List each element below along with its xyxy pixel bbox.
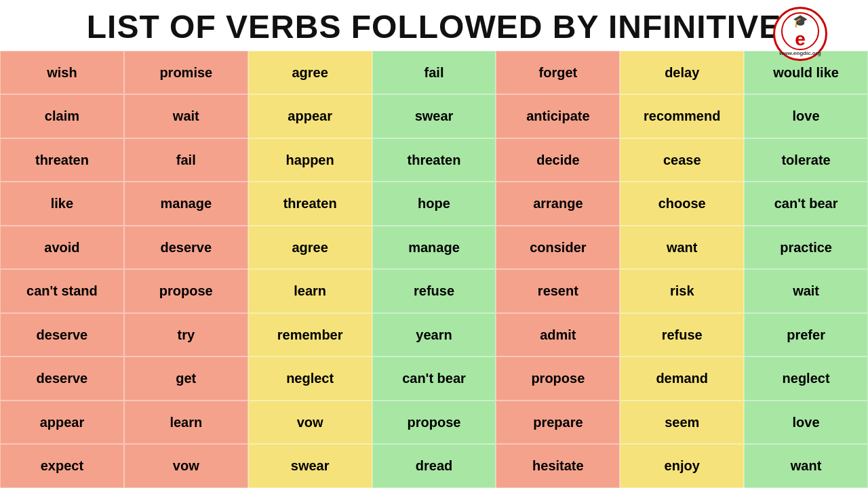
header: LIST OF VERBS FOLLOWED BY INFINITIVE 🎓 e… xyxy=(0,0,868,51)
cell-3-7: can't bear xyxy=(372,357,496,401)
cell-6-5: wait xyxy=(744,269,868,313)
column-6: would likelovetoleratecan't bearpractice… xyxy=(744,51,868,488)
cell-1-5: propose xyxy=(124,269,248,313)
cell-6-9: want xyxy=(744,444,868,488)
cell-0-8: appear xyxy=(0,401,124,445)
cell-4-5: resent xyxy=(496,269,620,313)
cell-2-9: swear xyxy=(248,444,372,488)
cell-1-3: manage xyxy=(124,182,248,226)
cell-6-6: prefer xyxy=(744,313,868,357)
cell-0-1: claim xyxy=(0,94,124,138)
cell-1-2: fail xyxy=(124,138,248,182)
cell-5-2: cease xyxy=(620,138,744,182)
cell-2-4: agree xyxy=(248,226,372,270)
cell-0-5: can't stand xyxy=(0,269,124,313)
cell-6-1: love xyxy=(744,94,868,138)
cell-1-7: get xyxy=(124,357,248,401)
cell-1-1: wait xyxy=(124,94,248,138)
logo-letter: e xyxy=(795,30,806,49)
cell-3-1: swear xyxy=(372,94,496,138)
cell-4-4: consider xyxy=(496,226,620,270)
cell-3-4: manage xyxy=(372,226,496,270)
cell-2-2: happen xyxy=(248,138,372,182)
cell-3-6: yearn xyxy=(372,313,496,357)
cell-3-8: propose xyxy=(372,401,496,445)
cell-2-5: learn xyxy=(248,269,372,313)
cell-4-1: anticipate xyxy=(496,94,620,138)
cell-0-9: expect xyxy=(0,444,124,488)
cell-6-7: neglect xyxy=(744,357,868,401)
cell-0-4: avoid xyxy=(0,226,124,270)
column-3: failswearthreatenhopemanagerefuseyearnca… xyxy=(372,51,496,488)
cell-0-7: deserve xyxy=(0,357,124,401)
cell-2-1: appear xyxy=(248,94,372,138)
cell-5-3: choose xyxy=(620,182,744,226)
cell-2-8: vow xyxy=(248,401,372,445)
table-container: wishclaimthreatenlikeavoidcan't standdes… xyxy=(0,51,868,488)
cell-4-3: arrange xyxy=(496,182,620,226)
cell-1-9: vow xyxy=(124,444,248,488)
column-4: forgetanticipatedecidearrangeconsiderres… xyxy=(496,51,620,488)
cell-2-6: remember xyxy=(248,313,372,357)
cell-4-7: propose xyxy=(496,357,620,401)
cell-5-8: seem xyxy=(620,401,744,445)
page-title: LIST OF VERBS FOLLOWED BY INFINITIVE xyxy=(7,9,861,45)
cell-5-1: recommend xyxy=(620,94,744,138)
cell-1-6: try xyxy=(124,313,248,357)
cell-5-4: want xyxy=(620,226,744,270)
cell-6-2: tolerate xyxy=(744,138,868,182)
column-5: delayrecommendceasechoosewantriskrefused… xyxy=(620,51,744,488)
cell-4-0: forget xyxy=(496,51,620,95)
cell-0-3: like xyxy=(0,182,124,226)
cell-6-4: practice xyxy=(744,226,868,270)
cell-5-0: delay xyxy=(620,51,744,95)
cell-4-2: decide xyxy=(496,138,620,182)
cell-2-3: threaten xyxy=(248,182,372,226)
cell-5-9: enjoy xyxy=(620,444,744,488)
column-0: wishclaimthreatenlikeavoidcan't standdes… xyxy=(0,51,124,488)
cell-5-5: risk xyxy=(620,269,744,313)
cell-3-2: threaten xyxy=(372,138,496,182)
cell-6-3: can't bear xyxy=(744,182,868,226)
cell-2-0: agree xyxy=(248,51,372,95)
cell-1-8: learn xyxy=(124,401,248,445)
cell-4-6: admit xyxy=(496,313,620,357)
cell-5-6: refuse xyxy=(620,313,744,357)
cell-5-7: demand xyxy=(620,357,744,401)
cell-3-0: fail xyxy=(372,51,496,95)
cell-4-9: hesitate xyxy=(496,444,620,488)
cell-1-0: promise xyxy=(124,51,248,95)
cell-3-9: dread xyxy=(372,444,496,488)
cell-2-7: neglect xyxy=(248,357,372,401)
cell-0-0: wish xyxy=(0,51,124,95)
logo-cap: 🎓 xyxy=(793,14,808,28)
column-1: promisewaitfailmanagedeserveproposetryge… xyxy=(124,51,248,488)
cell-3-5: refuse xyxy=(372,269,496,313)
cell-0-2: threaten xyxy=(0,138,124,182)
column-2: agreeappearhappenthreatenagreelearnremem… xyxy=(248,51,372,488)
page-wrapper: LIST OF VERBS FOLLOWED BY INFINITIVE 🎓 e… xyxy=(0,0,868,488)
cell-0-6: deserve xyxy=(0,313,124,357)
cell-4-8: prepare xyxy=(496,401,620,445)
cell-1-4: deserve xyxy=(124,226,248,270)
cell-6-8: love xyxy=(744,401,868,445)
logo: 🎓 e www.engdic.org xyxy=(773,7,827,61)
cell-3-3: hope xyxy=(372,182,496,226)
logo-url: www.engdic.org xyxy=(779,50,821,56)
